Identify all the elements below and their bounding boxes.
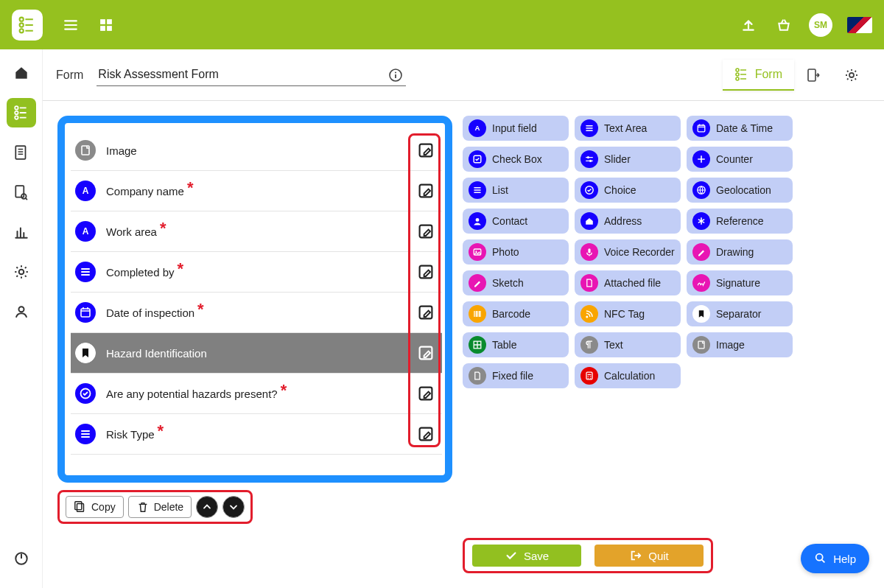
field-row[interactable]: Company name* <box>71 171 442 211</box>
nav-form-builder[interactable] <box>7 98 36 127</box>
tool-signature[interactable]: Signature <box>687 270 793 295</box>
field-row[interactable]: Date of inspection* <box>71 293 442 333</box>
tool-attached-file[interactable]: Attached file <box>575 270 681 295</box>
tab-form[interactable]: Form <box>723 60 794 91</box>
nav-profile[interactable] <box>7 297 36 326</box>
save-button[interactable]: Save <box>472 545 581 567</box>
page-icon <box>75 140 96 161</box>
field-list: Image Company name* Work area* Completed… <box>65 123 445 455</box>
tool-image[interactable]: Image <box>687 332 793 357</box>
field-row[interactable]: Work area* <box>71 211 442 252</box>
tool-choice[interactable]: Choice <box>575 178 681 203</box>
field-label: Completed by* <box>106 262 415 281</box>
tool-fixed-file[interactable]: Fixed file <box>463 363 569 388</box>
field-row[interactable]: Are any potential hazards present?* <box>71 374 442 414</box>
tool-counter[interactable]: Counter <box>687 147 793 172</box>
tool-contact[interactable]: Contact <box>463 209 569 234</box>
tool-check-box[interactable]: Check Box <box>463 147 569 172</box>
field-row[interactable]: Completed by* <box>71 252 442 293</box>
tool-label: Separator <box>716 308 761 320</box>
tool-label: Photo <box>492 246 519 258</box>
required-star-icon: * <box>281 381 287 400</box>
tool-barcode[interactable]: Barcode <box>463 301 569 326</box>
upload-icon[interactable] <box>738 15 759 35</box>
basket-icon[interactable] <box>774 15 794 35</box>
nav-power[interactable] <box>7 544 36 573</box>
calendar-icon <box>75 302 96 323</box>
nav-settings[interactable] <box>7 257 36 287</box>
field-label: Date of inspection* <box>106 303 415 322</box>
tool-label: Attached file <box>604 277 661 289</box>
tool-label: Calculation <box>604 370 655 382</box>
barcode-icon <box>469 305 486 323</box>
tool-slider[interactable]: Slider <box>575 147 681 172</box>
hamburger-menu-icon[interactable] <box>60 15 81 35</box>
person-icon <box>469 212 486 230</box>
field-label: Company name* <box>106 181 415 200</box>
tool-voice-recorder[interactable]: Voice Recorder <box>575 239 681 265</box>
tool-text[interactable]: Text <box>575 332 681 357</box>
edit-field-button[interactable] <box>415 262 436 282</box>
tool-label: Sketch <box>492 277 524 289</box>
globe-icon <box>692 181 710 199</box>
tool-geolocation[interactable]: Geolocation <box>687 178 793 203</box>
tool-calculation[interactable]: Calculation <box>575 363 681 388</box>
tool-date-time[interactable]: Date & Time <box>687 116 793 141</box>
builder-column: Image Company name* Work area* Completed… <box>57 116 452 573</box>
checkbox-icon <box>469 150 486 168</box>
language-flag-icon[interactable] <box>847 17 872 33</box>
tool-label: Voice Recorder <box>604 246 675 258</box>
nav-documents[interactable] <box>7 138 36 167</box>
tool-photo[interactable]: Photo <box>463 239 569 265</box>
tool-text-area[interactable]: Text Area <box>575 116 681 141</box>
tool-reference[interactable]: Reference <box>687 209 793 234</box>
edit-field-button[interactable] <box>415 302 436 323</box>
edit-field-button[interactable] <box>415 424 436 444</box>
letter-a-icon <box>75 221 96 242</box>
edit-field-button[interactable] <box>415 343 436 363</box>
field-label: Work area* <box>106 222 415 241</box>
tool-label: Barcode <box>492 308 530 320</box>
top-header: SM <box>0 0 884 49</box>
tool-address[interactable]: Address <box>575 209 681 234</box>
tab-settings[interactable] <box>832 60 871 90</box>
tab-export[interactable] <box>794 60 832 90</box>
info-icon[interactable] <box>388 68 403 83</box>
tool-table[interactable]: Table <box>463 332 569 357</box>
required-star-icon: * <box>197 300 204 319</box>
move-up-button[interactable] <box>196 496 218 518</box>
tool-sketch[interactable]: Sketch <box>463 270 569 295</box>
list-icon <box>75 424 96 444</box>
tool-list[interactable]: List <box>463 178 569 203</box>
edit-field-button[interactable] <box>415 383 436 404</box>
user-avatar[interactable]: SM <box>809 13 832 37</box>
help-label: Help <box>833 553 856 565</box>
tool-label: Table <box>492 339 516 351</box>
counter-icon <box>692 150 710 168</box>
quit-button[interactable]: Quit <box>594 545 704 567</box>
nav-analytics[interactable] <box>7 217 36 247</box>
tool-nfc-tag[interactable]: NFC Tag <box>575 301 681 326</box>
grid-icon <box>469 336 486 354</box>
edit-field-button[interactable] <box>415 221 436 242</box>
app-logo[interactable] <box>12 10 43 41</box>
home-icon <box>580 212 598 230</box>
tool-input-field[interactable]: Input field <box>463 116 569 141</box>
delete-button[interactable]: Delete <box>128 496 192 518</box>
tool-label: Counter <box>716 153 753 165</box>
nav-search-docs[interactable] <box>7 178 36 207</box>
copy-button[interactable]: Copy <box>66 496 124 518</box>
field-row[interactable]: Hazard Identification <box>71 333 442 374</box>
tool-label: NFC Tag <box>604 308 645 320</box>
grid-view-icon[interactable] <box>96 15 116 35</box>
edit-field-button[interactable] <box>415 181 436 201</box>
tool-separator[interactable]: Separator <box>687 301 793 326</box>
tool-drawing[interactable]: Drawing <box>687 239 793 265</box>
move-down-button[interactable] <box>222 496 245 518</box>
help-button[interactable]: Help <box>801 544 869 573</box>
field-row[interactable]: Risk Type* <box>71 414 442 455</box>
form-title-input[interactable] <box>97 63 406 86</box>
nav-home[interactable] <box>7 58 36 88</box>
edit-field-button[interactable] <box>415 140 436 161</box>
field-row[interactable]: Image <box>71 130 442 171</box>
